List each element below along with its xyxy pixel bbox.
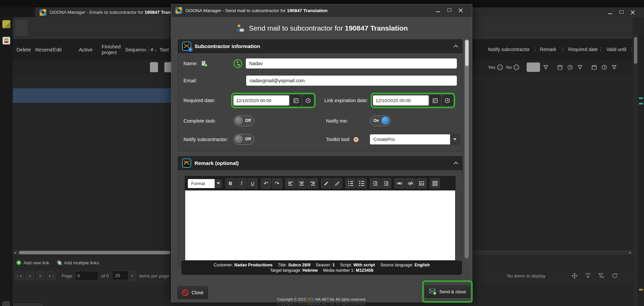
toolkit-tool-select[interactable]: CreatePro (370, 134, 460, 144)
rail-bottom-icon[interactable] (2, 301, 10, 306)
column-header-required-date[interactable]: Required date (568, 47, 598, 52)
vertical-scrollbar[interactable] (633, 34, 638, 306)
column-header-active[interactable]: Active (79, 47, 102, 52)
insert-image-icon[interactable] (417, 178, 427, 188)
redo-icon[interactable] (272, 178, 282, 188)
refresh-icon[interactable] (610, 271, 619, 280)
filter-no-radio[interactable] (514, 64, 519, 70)
clock-icon[interactable] (600, 63, 608, 72)
remove-link-icon[interactable] (406, 178, 416, 188)
column-header-sequence[interactable]: Sequence (125, 47, 146, 52)
chevron-down-icon[interactable] (215, 179, 222, 188)
close-window-icon[interactable] (459, 8, 463, 13)
selected-table-row[interactable] (13, 88, 171, 103)
align-right-icon[interactable] (308, 178, 318, 188)
clear-filter-icon[interactable] (597, 271, 606, 280)
calendar-icon[interactable] (290, 95, 301, 106)
scrollbar-thumb[interactable] (19, 251, 170, 254)
add-new-link[interactable]: Add new link (16, 260, 49, 265)
send-and-close-button[interactable]: Send & close (425, 285, 471, 298)
editor-text-area[interactable] (185, 190, 455, 260)
remark-filter-input[interactable] (527, 62, 540, 72)
insert-table-icon[interactable] (430, 178, 440, 188)
clock-icon[interactable] (442, 95, 453, 106)
maximize-icon[interactable] (619, 10, 624, 15)
notify-me-toggle[interactable]: On (370, 116, 391, 126)
clock-icon[interactable] (303, 95, 313, 106)
scrollbar-thumb[interactable] (634, 37, 637, 64)
calendar-icon[interactable] (590, 63, 598, 72)
link-expiration-input[interactable] (373, 95, 429, 105)
add-multiple-links[interactable]: Add multiple links (57, 260, 99, 265)
copy-formatting-icon[interactable] (321, 178, 331, 188)
insert-link-icon[interactable] (394, 178, 405, 188)
column-menu-icon[interactable] (560, 46, 564, 52)
prev-page-button[interactable]: ◄ (25, 271, 34, 280)
move-columns-icon[interactable] (570, 271, 579, 280)
filter-yes-radio[interactable] (497, 64, 503, 70)
calendar-icon[interactable] (430, 95, 441, 106)
bulleted-list-icon[interactable] (345, 178, 356, 188)
page-number-input[interactable] (75, 271, 99, 280)
column-header-remark[interactable]: Remark (540, 47, 560, 52)
funnel-icon[interactable] (541, 63, 550, 72)
first-page-button[interactable]: ❘◄ (15, 271, 23, 280)
format-select[interactable]: Format (188, 179, 222, 188)
indent-icon[interactable] (370, 178, 380, 188)
scroll-right-icon[interactable]: ► (628, 250, 633, 255)
outdent-icon[interactable] (381, 178, 391, 188)
complete-task-toggle[interactable]: Off (233, 116, 254, 126)
maximize-icon[interactable] (447, 8, 452, 13)
dialog-scrollbar[interactable] (465, 39, 469, 258)
underline-icon[interactable]: U (248, 178, 258, 188)
close-window-icon[interactable] (631, 10, 635, 15)
next-page-button[interactable]: ► (36, 271, 45, 280)
address-book-icon[interactable] (201, 60, 208, 67)
rail-app-icon[interactable] (2, 20, 10, 28)
rail-status-icon[interactable] (2, 37, 10, 45)
column-header-notify-subcontractor[interactable]: Notify subcontractor (488, 47, 533, 52)
italic-icon[interactable]: I (236, 178, 247, 188)
align-left-icon[interactable] (285, 178, 296, 188)
page-size-select[interactable]: 25 (112, 271, 136, 281)
clock-icon[interactable] (566, 63, 574, 72)
name-input[interactable] (246, 58, 457, 69)
column-header-edit[interactable]: Edit (53, 47, 79, 52)
column-menu-icon[interactable] (146, 46, 149, 52)
align-center-icon[interactable] (297, 178, 307, 188)
column-menu-icon[interactable] (598, 46, 602, 52)
numbered-list-icon[interactable] (357, 178, 367, 188)
column-header-valid-until[interactable]: Valid until (606, 47, 629, 52)
column-header-delete[interactable]: Delete (16, 47, 35, 52)
scrollbar-thumb[interactable] (465, 40, 469, 66)
chevron-down-icon[interactable] (129, 271, 136, 281)
undo-icon[interactable] (261, 178, 271, 188)
minimize-icon[interactable] (436, 8, 440, 13)
column-menu-icon[interactable] (533, 46, 536, 52)
funnel-icon[interactable] (610, 63, 619, 72)
notify-subcontractor-toggle[interactable]: Off (233, 134, 254, 145)
bold-icon[interactable]: B (225, 178, 235, 188)
calendar-icon[interactable] (555, 63, 564, 72)
export-icon[interactable] (584, 271, 592, 280)
section-header-remark[interactable]: Remark (optional) (178, 156, 463, 170)
minimize-icon[interactable] (608, 10, 612, 15)
column-header-resend[interactable]: Resend (35, 47, 53, 52)
funnel-icon[interactable] (576, 63, 584, 72)
close-button[interactable]: Close (13, 303, 43, 306)
required-date-input[interactable] (233, 95, 289, 105)
collapse-chevron-icon[interactable] (453, 45, 458, 48)
toolbar-button[interactable] (15, 20, 28, 36)
chevron-down-icon[interactable] (450, 134, 460, 144)
last-page-button[interactable]: ►❘ (47, 271, 56, 280)
remove-format-icon[interactable] (332, 178, 342, 188)
filter-box[interactable] (150, 62, 158, 72)
section-header-subcontractor-info[interactable]: Subcontractor information (178, 39, 463, 53)
column-header-finished-project[interactable]: Finished project (102, 44, 125, 55)
column-menu-icon[interactable] (629, 46, 633, 52)
select-subcontractor-icon[interactable] (233, 59, 242, 68)
collapse-chevron-icon[interactable] (453, 162, 458, 165)
column-header-number[interactable]: # (151, 47, 154, 52)
email-input[interactable] (246, 76, 457, 86)
scroll-left-icon[interactable]: ◄ (13, 250, 17, 255)
